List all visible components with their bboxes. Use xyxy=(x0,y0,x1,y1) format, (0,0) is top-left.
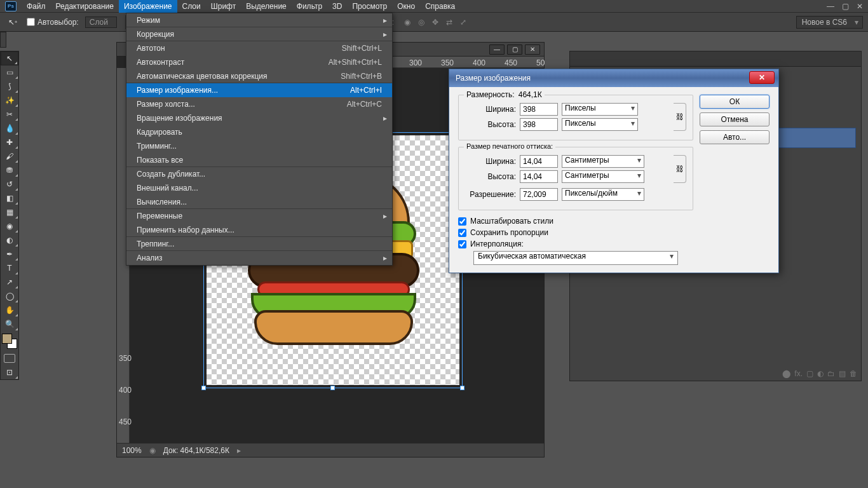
menu-view[interactable]: Просмотр xyxy=(347,0,392,13)
px-width-input[interactable] xyxy=(520,103,558,116)
fx-icon[interactable]: fx. xyxy=(794,369,803,378)
menu-type[interactable]: Шрифт xyxy=(206,0,241,13)
eyedropper-tool[interactable]: 💧 xyxy=(1,121,18,135)
trash-icon[interactable]: 🗑 xyxy=(850,369,857,378)
link-print-proportions-icon[interactable]: ⛓ xyxy=(674,155,686,183)
gradient-tool[interactable]: ▦ xyxy=(1,205,18,219)
auto-button[interactable]: Авто... xyxy=(700,130,770,144)
dialog-titlebar[interactable]: Размер изображения ✕ xyxy=(449,69,778,87)
orbit-icon[interactable]: ◉ xyxy=(400,15,414,29)
menu-filter[interactable]: Фильтр xyxy=(292,0,327,13)
scale-styles-checkbox[interactable]: Масштабировать стили xyxy=(458,217,693,226)
menu-item[interactable]: Вращение изображения▸ xyxy=(126,111,392,125)
auto-select-target[interactable]: Слой xyxy=(85,17,117,28)
workspace-dropdown[interactable]: Новое в CS6 xyxy=(796,16,863,29)
cancel-button[interactable]: Отмена xyxy=(700,112,770,126)
resolution-input[interactable] xyxy=(520,188,558,201)
quickmask-toggle[interactable] xyxy=(4,354,15,363)
menu-select[interactable]: Выделение xyxy=(241,0,292,13)
pan-icon[interactable]: ✥ xyxy=(428,15,442,29)
print-height-unit[interactable]: Сантиметры xyxy=(562,170,644,183)
move-tool[interactable]: ↖ xyxy=(1,51,18,65)
resolution-unit[interactable]: Пикселы/дюйм xyxy=(562,188,644,201)
history-brush-tool[interactable]: ↺ xyxy=(1,177,18,191)
link-proportions-icon[interactable]: ⛓ xyxy=(674,103,686,131)
type-tool[interactable]: T xyxy=(1,261,18,275)
print-width-unit[interactable]: Сантиметры xyxy=(562,155,644,168)
menu-file[interactable]: Файл xyxy=(22,0,51,13)
menu-item[interactable]: Показать все xyxy=(126,153,392,167)
crop-tool[interactable]: ✂ xyxy=(1,107,18,121)
menu-item[interactable]: Режим▸ xyxy=(126,13,392,27)
menu-item[interactable]: Применить набор данных... xyxy=(126,223,392,237)
zoom-level[interactable]: 100% xyxy=(122,446,142,455)
eraser-tool[interactable]: ◧ xyxy=(1,191,18,205)
menu-3d[interactable]: 3D xyxy=(327,0,347,13)
minimize-icon[interactable]: — xyxy=(827,2,834,11)
brush-tool[interactable]: 🖌 xyxy=(1,149,18,163)
scale3d-icon[interactable]: ⤢ xyxy=(456,15,470,29)
auto-select-checkbox[interactable]: Автовыбор: xyxy=(27,18,79,27)
doc-close-icon[interactable]: ✕ xyxy=(525,44,540,55)
menu-item[interactable]: Вычисления... xyxy=(126,195,392,209)
dialog-close-button[interactable]: ✕ xyxy=(749,71,775,84)
mask-icon[interactable]: ▢ xyxy=(806,369,813,378)
px-width-unit[interactable]: Пикселы xyxy=(562,103,638,116)
menu-item[interactable]: Коррекция▸ xyxy=(126,27,392,41)
menu-window[interactable]: Окно xyxy=(392,0,420,13)
doc-maximize-icon[interactable]: ▢ xyxy=(507,44,522,55)
adjustment-icon[interactable]: ◐ xyxy=(817,369,824,378)
menu-item[interactable]: Внешний канал... xyxy=(126,181,392,195)
menu-item[interactable]: Кадрировать xyxy=(126,125,392,139)
link-layers-icon[interactable]: ⬤ xyxy=(782,369,790,378)
wand-tool[interactable]: ✨ xyxy=(1,93,18,107)
hand-tool[interactable]: ✋ xyxy=(1,303,18,317)
marquee-tool[interactable]: ▭ xyxy=(1,65,18,79)
panel-collapse-strip[interactable] xyxy=(0,32,6,48)
menu-item[interactable]: Переменные▸ xyxy=(126,209,392,223)
doc-minimize-icon[interactable]: — xyxy=(489,44,505,55)
dodge-tool[interactable]: ◐ xyxy=(1,233,18,247)
menu-help[interactable]: Справка xyxy=(420,0,460,13)
menu-item[interactable]: АвтотонShift+Ctrl+L xyxy=(126,41,392,55)
healing-tool[interactable]: ✚ xyxy=(1,135,18,149)
menu-edit[interactable]: Редактирование xyxy=(51,0,119,13)
px-height-input[interactable] xyxy=(520,118,558,131)
roll-icon[interactable]: ◎ xyxy=(414,15,428,29)
folder-icon[interactable]: 🗀 xyxy=(827,369,835,378)
blur-tool[interactable]: ◉ xyxy=(1,219,18,233)
zoom-tool[interactable]: 🔍 xyxy=(1,317,18,331)
menu-item[interactable]: Тримминг... xyxy=(126,139,392,153)
ok-button[interactable]: ОК xyxy=(700,95,770,109)
px-height-unit[interactable]: Пикселы xyxy=(562,118,638,131)
menu-item[interactable]: Автоматическая цветовая коррекцияShift+C… xyxy=(126,69,392,83)
submenu-arrow-icon: ▸ xyxy=(383,30,387,39)
menu-item[interactable]: Создать дубликат... xyxy=(126,167,392,181)
menu-item[interactable]: Размер холста...Alt+Ctrl+C xyxy=(126,97,392,111)
menu-item[interactable]: Треппинг... xyxy=(126,237,392,251)
menu-image[interactable]: Изображение xyxy=(119,0,177,13)
menu-layers[interactable]: Слои xyxy=(177,0,206,13)
status-orb-icon[interactable]: ◉ xyxy=(149,446,156,455)
close-icon[interactable]: ✕ xyxy=(857,2,863,11)
path-select-tool[interactable]: ↗ xyxy=(1,275,18,289)
color-swatches[interactable] xyxy=(1,331,18,351)
shape-tool[interactable]: ◯ xyxy=(1,289,18,303)
pen-tool[interactable]: ✒ xyxy=(1,247,18,261)
print-height-input[interactable] xyxy=(520,170,558,183)
panel-tabs[interactable] xyxy=(570,51,861,67)
lasso-tool[interactable]: ⟆ xyxy=(1,79,18,93)
screen-mode-icon[interactable]: ⊡ xyxy=(1,365,18,379)
menu-item[interactable]: Анализ▸ xyxy=(126,251,392,265)
slide-icon[interactable]: ⇄ xyxy=(442,15,456,29)
menu-item[interactable]: АвтоконтрастAlt+Shift+Ctrl+L xyxy=(126,55,392,69)
maximize-icon[interactable]: ▢ xyxy=(842,2,849,11)
interpolation-select[interactable]: Бикубическая автоматическая xyxy=(473,251,678,265)
menu-item[interactable]: Размер изображения...Alt+Ctrl+I xyxy=(126,83,392,97)
new-layer-icon[interactable]: ▤ xyxy=(839,369,846,378)
stamp-tool[interactable]: ⛃ xyxy=(1,163,18,177)
resample-checkbox[interactable]: Интерполяция: xyxy=(458,240,693,248)
print-width-input[interactable] xyxy=(520,155,558,168)
constrain-proportions-checkbox[interactable]: Сохранить пропорции xyxy=(458,228,693,237)
status-arrow-icon[interactable]: ▸ xyxy=(237,446,241,455)
